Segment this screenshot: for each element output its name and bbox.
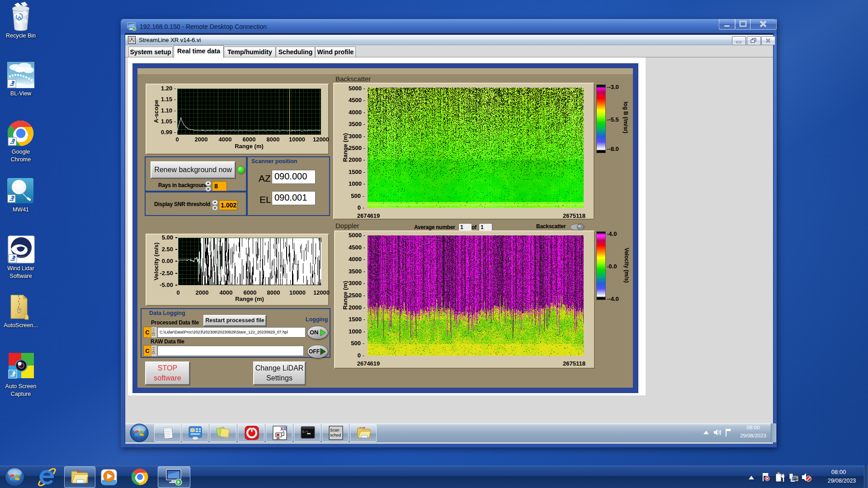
svg-text:sched: sched	[330, 433, 341, 437]
svg-text:XR: XR	[280, 427, 287, 432]
svg-text:Scan: Scan	[330, 428, 340, 432]
svg-text:C:\_: C:\_	[302, 430, 311, 434]
